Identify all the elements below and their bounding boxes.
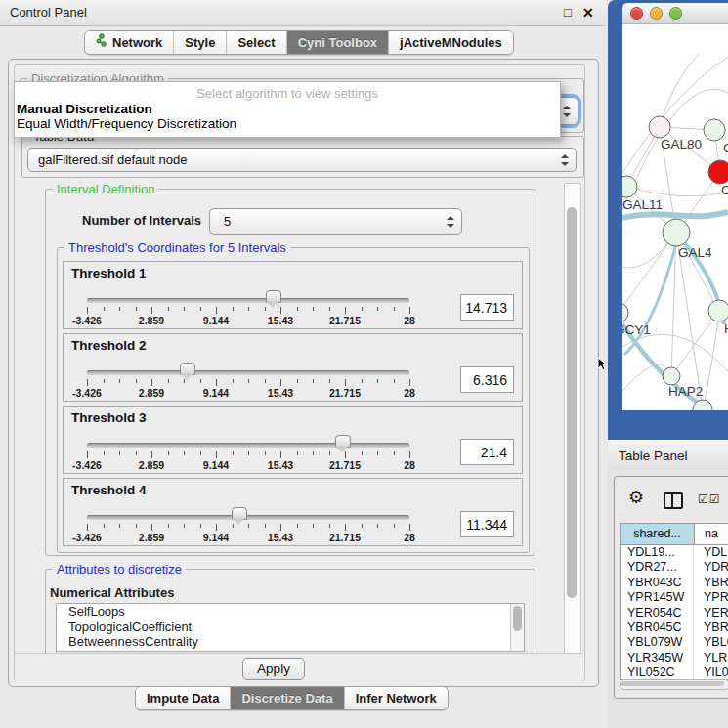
threshold-value-field[interactable]: 11.344: [460, 511, 514, 537]
axis-tick-label: 2.859: [139, 387, 164, 399]
tab-network[interactable]: Network: [85, 31, 173, 54]
axis-tick: [280, 307, 281, 314]
node-table[interactable]: shared... na YDL19...YDL1YDR27...YDR2YBR…: [620, 523, 728, 680]
network-node-ga[interactable]: [704, 119, 725, 141]
axis-tick: [104, 379, 105, 383]
number-of-intervals-combo[interactable]: 5: [209, 208, 462, 235]
threshold-label: Threshold 3: [71, 410, 147, 425]
apply-button[interactable]: Apply: [242, 658, 305, 680]
table-row[interactable]: YBR045CYBR0: [621, 621, 728, 635]
table-data-combo[interactable]: galFiltered.sif default node: [27, 148, 577, 172]
algorithm-option-manual-discretization[interactable]: Manual Discretization: [17, 102, 152, 116]
tab-impute-data[interactable]: Impute Data: [136, 687, 230, 709]
table-row[interactable]: YPR145WYPR1: [621, 590, 728, 605]
slider-thumb[interactable]: [232, 507, 247, 520]
control-panel-tabbar: NetworkStyleSelectCyni ToolboxjActiveMNo…: [84, 30, 514, 55]
panel-scrollbar[interactable]: [564, 183, 581, 654]
cell-shared-name: YDL19...: [621, 545, 694, 560]
network-edge[interactable]: [626, 187, 728, 196]
axis-tick: [313, 307, 314, 311]
table-row[interactable]: YIL052CYIL0: [621, 665, 728, 680]
slider-track[interactable]: [87, 298, 409, 303]
network-canvas[interactable]: GAL80GACGAL11GAL4GCY1HHAP2: [622, 24, 728, 410]
number-of-intervals-label: Number of Intervals: [82, 213, 201, 228]
tab-label: Cyni Toolbox: [298, 31, 377, 54]
attribute-list-item[interactable]: TopologicalCoefficient: [57, 620, 524, 635]
close-window-icon[interactable]: ✕: [582, 0, 594, 25]
cell-shared-name: YER054C: [621, 606, 694, 621]
checkbox-icons[interactable]: ☑☑: [698, 492, 721, 506]
tab-discretize-data[interactable]: Discretize Data: [230, 687, 343, 709]
axis-tick: [119, 524, 120, 528]
axis-tick-label: 9.144: [203, 387, 229, 399]
tab-style[interactable]: Style: [173, 31, 226, 54]
network-edge[interactable]: [622, 57, 728, 173]
axis-tick: [377, 451, 378, 455]
table-hscrollbar[interactable]: [620, 679, 728, 690]
threshold-value-field[interactable]: 6.316: [460, 366, 514, 393]
cell-name: YDR2: [694, 560, 728, 575]
slider-thumb[interactable]: [180, 363, 195, 375]
axis-tick: [248, 379, 249, 383]
column-layout-icon[interactable]: [664, 492, 683, 509]
network-edge-highlighted[interactable]: [622, 212, 728, 218]
network-node-hap2[interactable]: [663, 367, 680, 385]
attribute-list-item[interactable]: SelfLoops: [57, 604, 524, 620]
table-row[interactable]: YBL079WYBL0: [621, 635, 728, 650]
axis-tick: [280, 451, 281, 458]
axis-tick-label: -3.426: [72, 532, 102, 543]
gear-icon[interactable]: ⚙: [628, 489, 644, 506]
axis-tick: [119, 379, 120, 383]
tab-select[interactable]: Select: [226, 31, 285, 54]
axis-tick: [200, 524, 201, 528]
node-label: GCY1: [622, 322, 651, 337]
axis-tick-label: 15.43: [268, 315, 293, 326]
zoom-light-icon[interactable]: [669, 7, 682, 20]
network-edge[interactable]: [660, 54, 699, 127]
close-light-icon[interactable]: [630, 7, 643, 20]
network-node-gal4[interactable]: [663, 219, 690, 246]
slider-track[interactable]: [87, 515, 409, 520]
float-window-icon[interactable]: □: [564, 0, 572, 25]
slider-track[interactable]: [87, 443, 409, 448]
slider-track[interactable]: [87, 370, 409, 375]
network-node-c[interactable]: [708, 160, 728, 184]
tab-jactivemnodules[interactable]: jActiveMNodules: [388, 31, 513, 54]
minimize-light-icon[interactable]: [650, 7, 663, 20]
mode-tabbar: Impute DataDiscretize DataInfer Network: [135, 686, 449, 710]
axis-tick-label: 9.144: [203, 315, 229, 326]
column-header-name[interactable]: na: [695, 524, 728, 544]
axis-tick-label: -3.426: [72, 387, 102, 399]
scrollbar-thumb[interactable]: [513, 606, 522, 631]
cell-shared-name: YBR043C: [621, 576, 694, 590]
attributes-scrollbar[interactable]: [510, 604, 524, 651]
slider-thumb[interactable]: [266, 290, 281, 303]
table-row[interactable]: YDL19...YDL1: [621, 545, 728, 560]
threshold-value-field[interactable]: 14.713: [460, 294, 514, 321]
tab-infer-network[interactable]: Infer Network: [344, 687, 448, 709]
axis-tick: [200, 451, 201, 455]
network-node-gal80[interactable]: [649, 116, 670, 138]
slider-thumb[interactable]: [335, 435, 351, 448]
table-row[interactable]: YLR345WYLR3: [621, 651, 728, 665]
table-row[interactable]: YER054CYER0: [621, 606, 728, 621]
axis-tick-label: 21.715: [329, 532, 361, 543]
axis-tick-label: 9.144: [203, 532, 229, 543]
cell-name: YBL0: [694, 635, 728, 650]
numerical-attributes-list[interactable]: SelfLoopsTopologicalCoefficientBetweenne…: [56, 603, 525, 652]
axis-tick-label: 21.715: [329, 459, 361, 471]
axis-tick: [313, 524, 314, 528]
cell-shared-name: YLR345W: [621, 651, 694, 665]
network-node-gcy1[interactable]: [622, 303, 628, 322]
tab-cyni-toolbox[interactable]: Cyni Toolbox: [286, 31, 388, 54]
attribute-list-item[interactable]: BetweennessCentrality: [57, 634, 524, 650]
algorithm-option-equal-width-frequency-discretization[interactable]: Equal Width/Frequency Discretization: [17, 116, 236, 131]
scrollbar-thumb[interactable]: [567, 207, 577, 598]
table-panel-inset: ⚙ ☑☑ shared... na YDL19...YDL1YDR27...YD…: [614, 476, 728, 699]
column-header-shared-name[interactable]: shared...: [621, 524, 695, 544]
threshold-value-field[interactable]: 21.4: [460, 439, 514, 465]
table-row[interactable]: YDR27...YDR2: [621, 560, 728, 575]
network-node-h[interactable]: [708, 300, 728, 321]
table-row[interactable]: YBR043CYBR0: [621, 576, 728, 590]
scrollbar-thumb[interactable]: [621, 681, 724, 686]
